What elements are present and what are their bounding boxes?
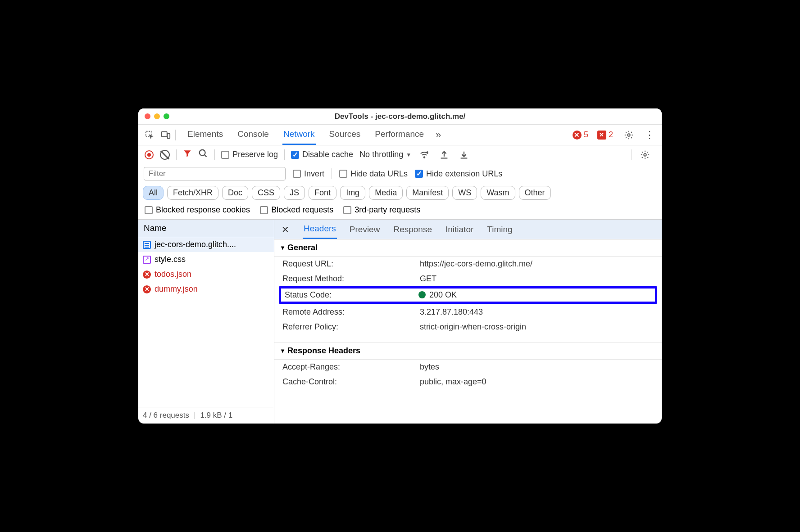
content-split: Name jec-cors-demo.glitch.... style.css … [138,220,662,424]
detail-body: ▼ General Request URL: https://jec-cors-… [274,239,662,424]
chip-js[interactable]: JS [284,186,305,200]
request-list: jec-cors-demo.glitch.... style.css ✕ tod… [138,237,274,407]
request-row[interactable]: ✕ dummy.json [138,282,274,297]
blocked-requests-checkbox[interactable]: Blocked requests [260,205,333,215]
detail-tabs: ✕ Headers Preview Response Initiator Tim… [274,220,662,239]
divider: | [194,411,195,420]
chip-fetch-xhr[interactable]: Fetch/XHR [167,186,218,200]
detail-tab-headers[interactable]: Headers [303,220,337,239]
divider [284,149,285,160]
error-icon: ✕ [143,285,151,293]
preserve-log-label: Preserve log [232,150,278,159]
network-settings-gear-icon[interactable] [638,148,652,162]
device-toggle-icon[interactable] [159,128,173,142]
header-value: 3.217.87.180:443 [420,307,654,317]
chip-ws[interactable]: WS [452,186,477,200]
third-party-checkbox[interactable]: 3rd-party requests [343,205,420,215]
request-row[interactable]: jec-cors-demo.glitch.... [138,237,274,252]
upload-har-icon[interactable] [437,148,451,162]
filter-funnel-icon[interactable] [183,149,192,160]
preserve-log-checkbox[interactable]: Preserve log [221,150,278,159]
request-name: style.css [155,255,186,264]
main-tabs: Elements Console Network Sources Perform… [186,125,425,145]
settings-gear-icon[interactable] [622,128,636,142]
chip-doc[interactable]: Doc [222,186,248,200]
options-row: Blocked response cookies Blocked request… [138,203,662,220]
header-key: Remote Address: [282,307,420,317]
chip-img[interactable]: Img [340,186,365,200]
request-name: dummy.json [155,284,198,294]
chip-all[interactable]: All [143,186,164,200]
chip-manifest[interactable]: Manifest [406,186,449,200]
kebab-menu-icon[interactable]: ⋮ [642,129,657,141]
detail-tab-preview[interactable]: Preview [349,221,381,239]
third-party-label: 3rd-party requests [355,205,420,215]
tab-performance[interactable]: Performance [374,125,425,145]
throttling-value: No throttling [359,150,403,159]
request-row[interactable]: ✕ todos.json [138,267,274,282]
error-icon: ✕ [143,271,151,279]
maximize-window-button[interactable] [164,113,169,119]
record-button-icon[interactable] [145,150,154,159]
detail-tab-initiator[interactable]: Initiator [445,221,474,239]
header-key: Accept-Ranges: [282,362,420,372]
svg-line-5 [205,155,207,157]
chip-wasm[interactable]: Wasm [481,186,515,200]
header-value: public, max-age=0 [420,377,654,387]
disable-cache-checkbox[interactable]: Disable cache [291,150,353,159]
tab-elements[interactable]: Elements [186,125,224,145]
request-row[interactable]: style.css [138,252,274,267]
blocked-cookies-checkbox[interactable]: Blocked response cookies [145,205,250,215]
divider [632,149,632,160]
response-headers-section-header[interactable]: ▼ Response Headers [274,343,662,360]
throttling-select[interactable]: No throttling ▼ [359,150,411,159]
window-title: DevTools - jec-cors-demo.glitch.me/ [138,112,662,121]
chip-other[interactable]: Other [519,186,551,200]
hide-extension-urls-checkbox[interactable]: Hide extension URLs [415,169,502,179]
tab-network[interactable]: Network [282,125,316,145]
minimize-window-button[interactable] [154,113,160,119]
checkbox-icon [339,170,347,178]
error-count-badge[interactable]: ✕ 5 [573,130,588,140]
chip-media[interactable]: Media [369,186,403,200]
chip-css[interactable]: CSS [252,186,280,200]
checkbox-icon [221,151,229,159]
hide-data-urls-checkbox[interactable]: Hide data URLs [339,169,408,179]
network-conditions-icon[interactable] [418,148,431,162]
type-filter-chips: All Fetch/XHR Doc CSS JS Font Img Media … [138,183,662,203]
error-icon: ✕ [573,131,582,140]
more-tabs-chevron-icon[interactable]: » [436,129,441,141]
response-headers-title: Response Headers [287,346,360,356]
general-section-header[interactable]: ▼ General [274,239,662,257]
caret-down-icon: ▼ [406,152,411,158]
transfer-size: 1.9 kB / 1 [200,411,232,420]
status-text: 200 OK [429,290,457,299]
error-count: 5 [584,130,588,140]
header-row-status: Status Code: 200 OK [281,289,655,302]
download-har-icon[interactable] [457,148,471,162]
tab-sources[interactable]: Sources [328,125,362,145]
clear-button-icon[interactable] [160,150,170,160]
svg-rect-2 [168,133,170,138]
header-row: Request Method: GET [274,271,662,286]
issue-count-badge[interactable]: ✕ 2 [597,130,613,140]
request-name: jec-cors-demo.glitch.... [155,240,236,249]
checkbox-icon [343,206,351,214]
detail-tab-response[interactable]: Response [392,221,433,239]
divider [214,149,215,160]
name-column-header[interactable]: Name [138,220,274,237]
invert-label: Invert [304,169,324,179]
chip-font[interactable]: Font [309,186,336,200]
invert-checkbox[interactable]: Invert [293,169,324,179]
blocked-cookies-label: Blocked response cookies [156,205,250,215]
search-icon[interactable] [198,149,208,161]
close-detail-icon[interactable]: ✕ [280,224,291,235]
checkbox-checked-icon [415,170,423,178]
hide-ext-label: Hide extension URLs [426,169,502,179]
filter-input[interactable] [144,167,286,180]
tab-console[interactable]: Console [236,125,270,145]
issue-icon: ✕ [597,131,606,140]
inspect-element-icon[interactable] [143,128,156,142]
detail-tab-timing[interactable]: Timing [486,221,513,239]
close-window-button[interactable] [145,113,150,119]
